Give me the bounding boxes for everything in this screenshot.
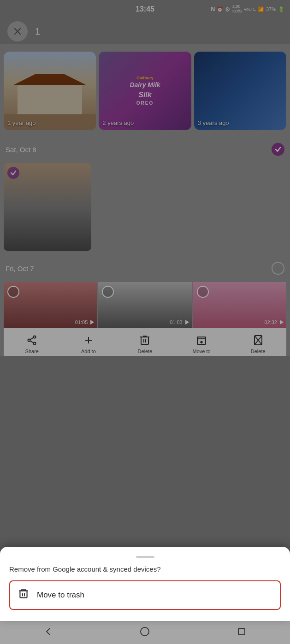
svg-rect-20	[20, 591, 27, 598]
move-to-trash-label: Move to trash	[37, 591, 84, 600]
move-to-trash-button[interactable]: Move to trash	[9, 580, 281, 610]
bottom-sheet: Remove from Google account & synced devi…	[0, 547, 290, 621]
sheet-question: Remove from Google account & synced devi…	[9, 565, 281, 573]
drag-handle	[136, 556, 154, 558]
trash-icon	[18, 588, 30, 603]
